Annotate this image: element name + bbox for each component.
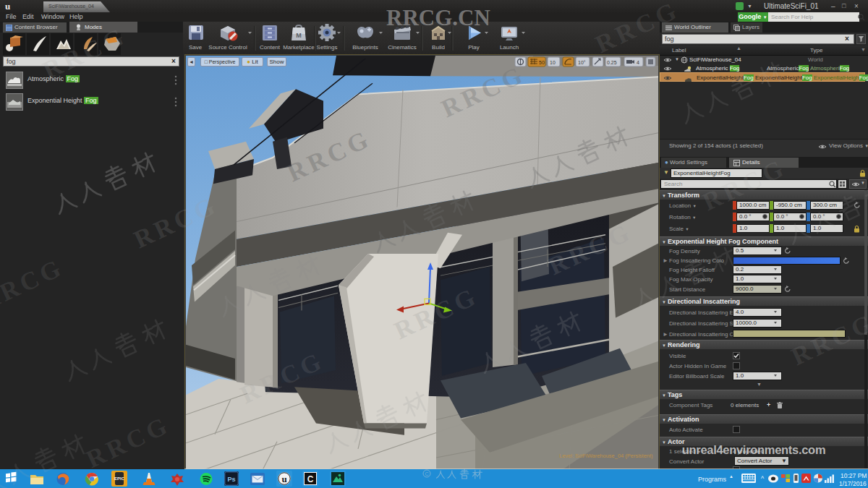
svg-text:Programs: Programs	[698, 476, 727, 483]
svg-text:▲: ▲	[729, 474, 733, 479]
svg-text:Level: SciFiWarehouse_04 (Pers: Level: SciFiWarehouse_04 (Persistent)	[559, 453, 653, 459]
svg-text:Marketplace: Marketplace	[283, 44, 315, 51]
svg-text:10:27 PM: 10:27 PM	[841, 472, 867, 479]
svg-text:Ps: Ps	[227, 476, 235, 483]
svg-text:Source Control: Source Control	[208, 44, 247, 51]
svg-text:1/17/2016: 1/17/2016	[839, 480, 867, 487]
svg-text:0.25: 0.25	[607, 60, 617, 65]
svg-text:Save: Save	[189, 44, 203, 51]
svg-text:Content: Content	[260, 44, 281, 51]
svg-text:10: 10	[550, 60, 556, 65]
svg-text:u: u	[281, 474, 286, 484]
svg-text:Blueprints: Blueprints	[352, 44, 378, 51]
svg-text:Cinematics: Cinematics	[388, 44, 417, 51]
svg-text:EPIC: EPIC	[114, 476, 125, 481]
svg-text:Play: Play	[468, 44, 480, 51]
svg-text:Launch: Launch	[500, 44, 519, 51]
svg-text:Settings: Settings	[317, 44, 338, 51]
svg-text:C: C	[307, 474, 314, 484]
svg-text:^: ^	[761, 475, 765, 482]
svg-text:M: M	[296, 32, 302, 39]
svg-text:4: 4	[637, 60, 639, 65]
svg-text:10°: 10°	[578, 60, 586, 65]
svg-text:Build: Build	[432, 44, 445, 51]
svg-text:50: 50	[539, 60, 545, 65]
